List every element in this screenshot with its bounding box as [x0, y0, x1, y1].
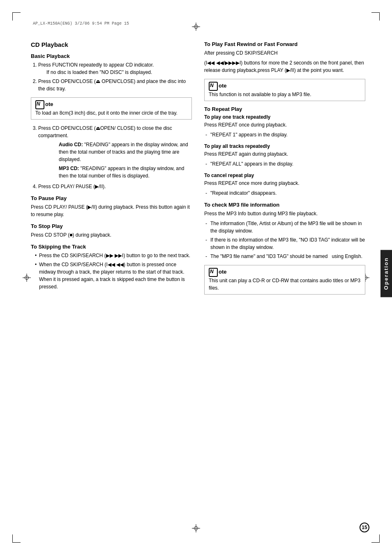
note-2-content: This function is not available to play a… — [209, 91, 361, 98]
corner-mark-br — [371, 534, 380, 543]
skip-back-text: When the CD SKIP/SEARCH (I◀◀ ◀◀) button … — [39, 262, 185, 290]
mp3-info-section: To check MP3 file information Press the … — [204, 202, 365, 260]
note-2-header: N ote — [209, 82, 361, 89]
one-track-section: To play one track repeatedly Press REPEA… — [204, 114, 365, 138]
file-info: AP_LX-M150A(ENG) 3/2/06 9:54 PM Page 15 — [33, 21, 129, 26]
skip-track-list: Press the CD SKIP/SEARCH (▶▶ ▶▶I) button… — [35, 252, 192, 290]
basic-steps-list: Press FUNCTION repeatedly to appear CD i… — [38, 61, 192, 92]
stop-play-title: To Stop Play — [31, 223, 192, 229]
fast-rewind-section: To Play Fast Rewind or Fast Forward Afte… — [204, 41, 365, 74]
skip-track-title: To Skipping the Track — [31, 244, 192, 250]
note-icon-3: N — [209, 268, 217, 275]
all-tracks-title: To play all tracks repeatedly — [204, 143, 365, 149]
page-number: 15 — [360, 523, 369, 532]
one-track-text: Press REPEAT once during playback. — [204, 121, 365, 129]
note-1-label: ote — [45, 101, 53, 107]
right-column: To Play Fast Rewind or Fast Forward Afte… — [204, 41, 365, 522]
step-4-text: Press CD PLAY/ PAUSE (▶/II). — [38, 184, 106, 189]
mp3-info-item-3: The "MP3 file name" and "ID3 TAG" should… — [204, 253, 365, 260]
steps-3-4-section: Press CD OPEN/CLOSE (⏏OPEN/ CLOSE) to cl… — [31, 124, 192, 190]
note-2-label: ote — [219, 83, 227, 89]
corner-mark-tr — [371, 12, 380, 21]
audio-cd-label: Audio CD: — [59, 142, 83, 147]
skip-back-item: When the CD SKIP/SEARCH (I◀◀ ◀◀) button … — [35, 261, 192, 290]
step-1-sub: If no disc is loaded then "NO DISC" is d… — [46, 69, 152, 75]
continued-steps-list: Press CD OPEN/CLOSE (⏏OPEN/ CLOSE) to cl… — [38, 124, 192, 190]
main-title: CD Playback — [31, 41, 192, 48]
cancel-repeat-dash: "Repeat indicator" disappears. — [204, 189, 365, 197]
mp3-info-title: To check MP3 file information — [204, 202, 365, 208]
note-icon-1: N — [35, 100, 44, 108]
note-1-header: N ote — [35, 100, 187, 108]
step-1: Press FUNCTION repeatedly to appear CD i… — [38, 61, 192, 76]
pause-play-title: To Pause Play — [31, 195, 192, 201]
repeat-play-title: To Repeat Play — [204, 106, 365, 112]
corner-mark-tl — [12, 12, 21, 21]
skip-track-section: To Skipping the Track Press the CD SKIP/… — [31, 244, 192, 290]
corner-mark-bl — [12, 534, 21, 543]
crosshair-top — [192, 23, 200, 31]
pause-play-section: To Pause Play Press CD PLAY/ PAUSE (▶/II… — [31, 195, 192, 218]
stop-play-section: To Stop Play Press CD STOP (■) during pl… — [31, 223, 192, 239]
mp3-info-items: The information (Title, Artist or Album)… — [204, 220, 365, 260]
skip-next-text: Press the CD SKIP/SEARCH (▶▶ ▶▶I) button… — [39, 253, 190, 258]
one-track-title: To play one track repeatedly — [204, 114, 365, 120]
note-2: N ote This function is not available to … — [204, 79, 365, 101]
crosshair-bottom — [192, 524, 200, 532]
mp3-info-intro: Press the MP3 Info button during MP3 fil… — [204, 210, 365, 217]
skip-next-item: Press the CD SKIP/SEARCH (▶▶ ▶▶I) button… — [35, 252, 192, 259]
mp3-cd-item: MP3 CD: "READING" appears in the display… — [59, 165, 192, 180]
mp3-info-item-2: If there is no information of the MP3 fi… — [204, 236, 365, 251]
mp3-cd-label: MP3 CD: — [59, 166, 79, 171]
cancel-repeat-title: To cancel repeat play — [204, 173, 365, 178]
note-3: N ote This unit can play a CD-R or CD-RW… — [204, 265, 365, 295]
step-3-text: Press CD OPEN/CLOSE (⏏OPEN/ CLOSE) to cl… — [38, 125, 172, 138]
fast-rewind-title: To Play Fast Rewind or Fast Forward — [204, 41, 365, 47]
all-tracks-text: Press REPEAT again during playback. — [204, 150, 365, 158]
note-3-content: This unit can play a CD-R or CD-RW that … — [209, 277, 361, 292]
fast-rewind-text1: After pressing CD SKIP/SEARCH — [204, 49, 365, 57]
cancel-repeat-text: Press REPEAT once more during playback. — [204, 180, 365, 187]
all-tracks-dash: "REPEAT ALL" appears in the display. — [204, 160, 365, 168]
step-3: Press CD OPEN/CLOSE (⏏OPEN/ CLOSE) to cl… — [38, 124, 192, 180]
mp3-info-item-1: The information (Title, Artist or Album)… — [204, 220, 365, 235]
cancel-repeat-section: To cancel repeat play Press REPEAT once … — [204, 173, 365, 197]
step-2-text: Press CD OPEN/CLOSE (⏏ OPEN/CLOSE) and p… — [38, 78, 186, 92]
step-1-text: Press FUNCTION repeatedly to appear CD i… — [38, 62, 154, 68]
operation-tab: Operation — [380, 250, 392, 297]
one-track-dash: "REPEAT 1" appears in the display. — [204, 131, 365, 138]
audio-cd-item: Audio CD: "READING" appears in the displ… — [59, 141, 192, 163]
repeat-play-section: To Repeat Play To play one track repeate… — [204, 106, 365, 197]
main-title-section: CD Playback — [31, 41, 192, 48]
fast-rewind-text2: (I◀◀ ◀◀/▶▶▶▶I) buttons for more the 2 se… — [204, 59, 365, 74]
step-3-subs: Audio CD: "READING" appears in the displ… — [38, 141, 192, 180]
step-2: Press CD OPEN/CLOSE (⏏ OPEN/CLOSE) and p… — [38, 78, 192, 92]
basic-playback-section: Basic Playback Press FUNCTION repeatedly… — [31, 53, 192, 92]
note-3-header: N ote — [209, 268, 361, 275]
note-3-label: ote — [219, 269, 227, 275]
left-column: CD Playback Basic Playback Press FUNCTIO… — [31, 41, 192, 522]
note-1-content: To load an 8cm(3 inch) disc, put it onto… — [35, 109, 187, 117]
stop-play-text: Press CD STOP (■) during playback. — [31, 231, 192, 239]
basic-playback-title: Basic Playback — [31, 53, 192, 59]
all-tracks-section: To play all tracks repeatedly Press REPE… — [204, 143, 365, 168]
crosshair-left — [23, 274, 31, 282]
note-icon-2: N — [209, 82, 217, 89]
step-4: Press CD PLAY/ PAUSE (▶/II). — [38, 183, 192, 190]
pause-play-text: Press CD PLAY/ PAUSE (▶/II) during playb… — [31, 203, 192, 218]
content-area: CD Playback Basic Playback Press FUNCTIO… — [31, 41, 365, 522]
note-1: N ote To load an 8cm(3 inch) disc, put i… — [31, 97, 192, 120]
